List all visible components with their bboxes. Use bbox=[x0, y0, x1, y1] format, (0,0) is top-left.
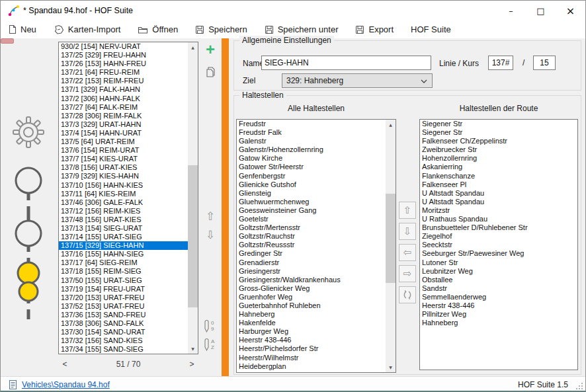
route-stops-listbox[interactable]: Siegener StrSiegener StrFalkenseer Ch/Ze… bbox=[419, 119, 578, 370]
route-item[interactable]: 137/38 [306] SAND-FALK bbox=[59, 319, 198, 328]
route-item[interactable]: 137/26 [153] HAHN-FREU bbox=[59, 59, 198, 68]
scrollbar-thumb[interactable] bbox=[188, 165, 198, 307]
reverse-route-button[interactable] bbox=[399, 286, 416, 303]
stop-item[interactable]: Gredinger Str bbox=[237, 249, 396, 258]
stop-item[interactable]: Heerstr/Pichelsdorfer Str bbox=[237, 344, 396, 353]
settings-gear-icon[interactable] bbox=[13, 116, 44, 151]
route-stop-item[interactable]: U Rathaus Spandau bbox=[420, 215, 577, 223]
stop-item[interactable]: Harburger Weg bbox=[237, 327, 396, 336]
stop-item[interactable]: Gliensteig bbox=[237, 189, 396, 198]
route-item[interactable]: 137/8 [156] URAT-KIES bbox=[59, 163, 198, 172]
route-item[interactable]: 137/17 [64] SIEG-REIM bbox=[59, 258, 198, 267]
route-item[interactable]: 137/27 [64] FALK-REIM bbox=[59, 103, 198, 112]
ziel-dropdown[interactable]: 329: Hahneberg bbox=[282, 73, 433, 88]
route-item[interactable]: 137/46 [306] GALE-FALK bbox=[59, 198, 198, 207]
move-route-down-button[interactable]: ⇩ bbox=[202, 227, 219, 242]
route-stop-item[interactable]: U Altstadt Spandau bbox=[420, 198, 577, 206]
route-item[interactable]: 137/52 [153] URAT-FREU bbox=[59, 302, 198, 311]
route-item[interactable]: 137/19 [154] FREU-URAT bbox=[59, 285, 198, 294]
file-path-link[interactable]: Vehicles\Spandau 94.hof bbox=[22, 380, 110, 389]
move-stop-up-button[interactable]: ⇧ bbox=[399, 202, 416, 219]
remove-stop-button[interactable]: ⇦ bbox=[399, 244, 416, 261]
stop-item[interactable]: Heidebergplan bbox=[237, 362, 396, 371]
add-stop-button[interactable]: ⇨ bbox=[399, 265, 416, 282]
route-item[interactable]: 137/11 [64] KIES-REIM bbox=[59, 190, 198, 198]
route-stop-item[interactable]: Askanierring bbox=[420, 163, 577, 171]
route-item[interactable]: 137/50 [155] URAT-SIEG bbox=[59, 276, 198, 285]
stop-item[interactable]: Goltzstr/Reussstr bbox=[237, 241, 396, 249]
stop-item[interactable]: Gatower Str/Heerstr bbox=[237, 163, 396, 171]
stop-item[interactable]: Goessweinsteiner Gang bbox=[237, 206, 396, 215]
open-button[interactable]: Öffnen bbox=[138, 24, 178, 34]
name-input[interactable] bbox=[261, 56, 431, 70]
route-item[interactable]: 137/6 [154] REIM-URAT bbox=[59, 146, 198, 155]
route-stop-item[interactable]: Pillnitzer Weg bbox=[420, 310, 577, 319]
kurs-input[interactable] bbox=[533, 56, 556, 70]
linie-input[interactable] bbox=[488, 56, 513, 70]
sort-numeric-button[interactable]: 09 bbox=[203, 319, 219, 333]
route-item[interactable]: 137/21 [64] FREU-REIM bbox=[59, 68, 198, 77]
stop-item[interactable]: Gruenhofer Weg bbox=[237, 293, 396, 301]
stop-item[interactable]: Hahneberg bbox=[237, 310, 396, 319]
route-item[interactable]: 137/4 [154] HAHN-URAT bbox=[59, 129, 198, 137]
route-stop-item[interactable]: Falkenseer Pl bbox=[420, 180, 577, 189]
route-item[interactable]: 137/20 [153] URAT-FREU bbox=[59, 294, 198, 302]
stop-item[interactable]: Galenstr/Hohenzollernring bbox=[237, 145, 396, 154]
maximize-button[interactable]: □ bbox=[526, 1, 556, 20]
add-route-button[interactable]: + bbox=[202, 43, 218, 56]
move-route-up-button[interactable]: ⇧ bbox=[202, 209, 219, 223]
stop-item[interactable]: Freudstr Falk bbox=[237, 128, 396, 137]
new-button[interactable]: Neu bbox=[9, 24, 36, 34]
route-stop-item[interactable]: Zweibruecker Str bbox=[420, 145, 577, 154]
sort-alpha-button[interactable]: AZ bbox=[203, 337, 219, 352]
stop-item[interactable]: Griesingerstr bbox=[237, 267, 396, 276]
route-stop-item[interactable]: Siegener Str bbox=[420, 120, 577, 128]
duplicate-route-button[interactable] bbox=[203, 65, 218, 79]
route-item[interactable]: 137/15 [329] SIEG-HAHN bbox=[59, 241, 198, 250]
stop-item[interactable]: Gatow Kirche bbox=[237, 154, 396, 163]
route-stop-item[interactable]: Sandstr bbox=[420, 284, 577, 293]
stop-item[interactable]: Galenstr bbox=[237, 137, 396, 145]
route-stop-item[interactable]: Seeburger Str/Paewesiner Weg bbox=[420, 249, 577, 258]
route-stop-item[interactable]: Ziegelhof bbox=[420, 232, 577, 241]
close-button[interactable]: × bbox=[556, 1, 585, 20]
stop-item[interactable]: Griesingerstr/Waldkrankenhaus bbox=[237, 276, 396, 284]
routes-listbox[interactable]: ▲ ▼ 930/2 [154] NERV-URAT137/25 [329] FR… bbox=[58, 42, 198, 354]
route-stop-item[interactable]: Flankenschanze bbox=[420, 172, 577, 180]
route-stop-item[interactable]: Leubnitzer Weg bbox=[420, 267, 577, 276]
scroll-down-icon[interactable]: ▼ bbox=[188, 344, 198, 354]
route-item[interactable]: 137/25 [329] FREU-HAHN bbox=[59, 51, 198, 59]
route-item[interactable]: 137/28 [306] REIM-FALK bbox=[59, 112, 198, 120]
stop-item[interactable]: Heerstr/Wilhelmstr bbox=[237, 354, 396, 362]
route-stop-item[interactable]: Brunsbuetteler D/Ruhlebener Str bbox=[420, 223, 577, 232]
route-stop-item[interactable]: Heerstr 438-446 bbox=[420, 301, 577, 310]
stop-item[interactable]: Gueterbahnhof Ruhleben bbox=[237, 301, 396, 310]
route-item[interactable]: 137/13 [154] SIEG-URAT bbox=[59, 224, 198, 233]
save-button[interactable]: Speichern bbox=[195, 24, 247, 34]
route-stop-item[interactable]: Falkenseer Ch/Zeppelinstr bbox=[420, 137, 577, 145]
route-stop-item[interactable]: U Altstadt Spandau bbox=[420, 189, 577, 198]
karten-import-button[interactable]: Karten-Import bbox=[54, 24, 120, 34]
route-item[interactable]: 137/1 [329] FALK-HAHN bbox=[59, 85, 198, 94]
all-stops-listbox[interactable]: ▲ ▼ FreudstrFreudstr FalkGalenstrGalenst… bbox=[236, 119, 396, 373]
remove-route-button[interactable] bbox=[1, 38, 14, 44]
scrollbar-thumb[interactable] bbox=[386, 194, 396, 283]
resize-grip[interactable] bbox=[575, 382, 583, 390]
stop-item[interactable]: Gross-Glienicker Weg bbox=[237, 284, 396, 293]
route-stop-item[interactable]: Hahneberg bbox=[420, 319, 577, 327]
next-page-button[interactable]: > bbox=[185, 360, 198, 369]
route-item[interactable]: 137/18 [155] REIM-SIEG bbox=[59, 267, 198, 276]
route-item[interactable]: 137/36 [153] SAND-FREU bbox=[59, 311, 198, 319]
route-item[interactable]: 137/22 [153] REIM-FREU bbox=[59, 77, 198, 85]
stop-item[interactable]: Heerstr 438-446 bbox=[237, 336, 396, 344]
route-item[interactable]: 137/5 [64] URAT-REIM bbox=[59, 137, 198, 146]
route-item[interactable]: 137/12 [156] REIM-KIES bbox=[59, 207, 198, 216]
scroll-up-icon[interactable]: ▲ bbox=[386, 120, 396, 130]
stop-item[interactable]: Freudstr bbox=[237, 120, 396, 128]
stop-item[interactable]: Glienicke Gutshof bbox=[237, 180, 396, 189]
routes-scrollbar[interactable]: ▲ ▼ bbox=[188, 42, 198, 354]
hof-suite-menu[interactable]: HOF Suite bbox=[411, 24, 451, 34]
prev-page-button[interactable]: < bbox=[58, 360, 71, 369]
scroll-up-icon[interactable]: ▲ bbox=[188, 42, 198, 52]
route-item[interactable]: 137/30 [154] SAND-URAT bbox=[59, 328, 198, 336]
